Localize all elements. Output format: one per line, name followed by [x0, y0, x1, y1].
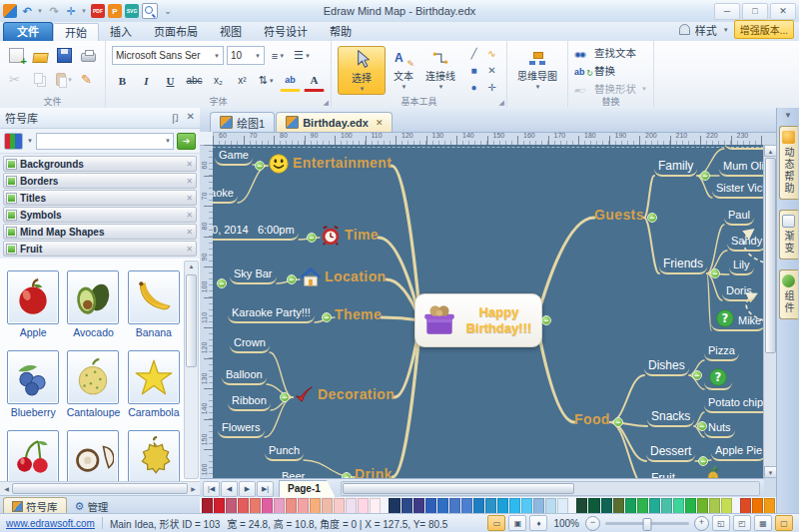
search-go-button[interactable]: ➔: [177, 133, 196, 150]
close-icon[interactable]: ✕: [186, 194, 193, 203]
collapse-badge[interactable]: −: [647, 213, 657, 223]
mindmap-node-deco[interactable]: Decoration: [293, 384, 395, 406]
mindmap-node-dishes[interactable]: Dishes: [644, 358, 689, 376]
print-button[interactable]: [78, 45, 99, 66]
page-view-button[interactable]: ▣: [508, 515, 526, 531]
mindmap-node-applepie[interactable]: Apple Pie: [711, 444, 764, 461]
mindmap-node-fruitb[interactable]: Fruit: [647, 471, 679, 478]
scrollbar-thumb[interactable]: [12, 483, 188, 494]
zoom-out-button[interactable]: −: [585, 516, 600, 531]
redo-icon[interactable]: [47, 4, 61, 18]
fullscreen-button[interactable]: ▢: [775, 515, 793, 531]
scrollbar-thumb[interactable]: [343, 483, 574, 494]
tab-manage[interactable]: ⚙ 管理: [67, 498, 117, 514]
open-button[interactable]: [30, 45, 51, 66]
scroll-right-icon[interactable]: ▶: [188, 485, 199, 492]
pdf-export-icon[interactable]: PDF: [91, 4, 105, 18]
ribbon-tab-插入[interactable]: 插入: [99, 23, 143, 41]
close-icon[interactable]: ✕: [186, 228, 193, 237]
scrollbar-thumb[interactable]: [186, 274, 197, 367]
pin-icon[interactable]: 卩: [171, 111, 181, 126]
close-icon[interactable]: ✕: [186, 245, 193, 254]
bullet-list-button[interactable]: ☰▼: [292, 45, 313, 66]
symbol-cherry[interactable]: Cherry: [5, 430, 61, 481]
paste-button[interactable]: ▼: [54, 69, 75, 90]
mindmap-node-balloon[interactable]: Balloon: [222, 368, 267, 385]
mindmap-node-pizza[interactable]: Pizza: [704, 344, 739, 361]
font-name-select[interactable]: Microsoft Sans Ser▼: [112, 46, 224, 65]
first-page-button[interactable]: |◀: [203, 481, 220, 497]
mindmap-node-crown[interactable]: Crown: [230, 336, 270, 353]
subscript-button[interactable]: x₂: [208, 70, 229, 91]
strikethrough-button[interactable]: abc: [184, 70, 205, 91]
print-preview-icon[interactable]: [142, 3, 158, 19]
symbol-blueberry[interactable]: Blueberry: [5, 350, 61, 418]
copy-button[interactable]: [30, 69, 51, 90]
mindmap-node-loc[interactable]: Location: [300, 266, 387, 288]
collapse-badge[interactable]: −: [697, 421, 707, 431]
mindmap-node-mike[interactable]: ?Mike: [711, 308, 764, 331]
minimize-button[interactable]: ─: [714, 3, 740, 20]
collapse-badge[interactable]: −: [322, 312, 332, 322]
connector-tool-button[interactable]: 连接线 ▼: [421, 50, 459, 91]
superscript-button[interactable]: x²: [232, 70, 253, 91]
dialog-launcher-icon[interactable]: ◢: [324, 99, 329, 107]
mindmap-node-mystery-dish[interactable]: ?: [704, 367, 732, 390]
mindmap-node-mum[interactable]: Mum Olivia: [719, 160, 764, 177]
category-backgrounds[interactable]: Backgrounds✕: [3, 156, 197, 172]
symbol-durian[interactable]: Durian: [126, 430, 182, 481]
chevron-down-icon[interactable]: ▼: [37, 8, 44, 14]
text-tool-button[interactable]: A✎ 文本 ▼: [390, 50, 417, 91]
zoom-slider-thumb[interactable]: [643, 518, 652, 531]
symbol-avocado[interactable]: Avocado: [65, 270, 121, 338]
presentation-view-button[interactable]: ♦: [529, 515, 547, 531]
symbol-coconut[interactable]: Coconut: [65, 430, 121, 481]
underline-button[interactable]: U: [160, 70, 181, 91]
maximize-button[interactable]: □: [742, 3, 768, 20]
grid-button[interactable]: ▦: [754, 515, 772, 531]
category-borders[interactable]: Borders✕: [3, 173, 197, 189]
collapse-badge[interactable]: −: [541, 315, 551, 325]
next-page-button[interactable]: ▶: [239, 481, 256, 497]
chevron-down-icon[interactable]: ▼: [27, 138, 33, 144]
previous-page-button[interactable]: ◀: [221, 481, 238, 497]
symbol-apple[interactable]: Apple: [5, 270, 61, 338]
line-tool-button[interactable]: ╱: [465, 45, 482, 61]
close-icon[interactable]: ✕: [186, 177, 193, 186]
category-mind-map-shapes[interactable]: Mind Map Shapes✕: [3, 224, 197, 240]
cut-button[interactable]: [6, 69, 27, 90]
mindmap-node-kparty[interactable]: Karaoke Party!!!: [228, 306, 315, 323]
mindmap-node-punch[interactable]: Punch: [265, 444, 304, 461]
collapse-badge[interactable]: −: [307, 233, 317, 243]
find-text-button[interactable]: 查找文本: [574, 45, 647, 60]
library-picker-button[interactable]: [4, 133, 23, 150]
save-button[interactable]: [54, 45, 75, 66]
ribbon-tab-页面布局[interactable]: 页面布局: [143, 23, 209, 41]
mindmap-node-family[interactable]: Family: [654, 159, 697, 177]
mindmap-node-date[interactable]: June 20, 2014 6:00pm: [213, 224, 299, 241]
bold-button[interactable]: B: [112, 70, 133, 91]
undo-icon[interactable]: [20, 4, 34, 18]
ribbon-tab-符号设计[interactable]: 符号设计: [253, 23, 319, 41]
ribbon-tab-帮助[interactable]: 帮助: [319, 23, 363, 41]
highlight-button[interactable]: ab: [280, 69, 301, 92]
mindmap-node-food[interactable]: Food: [574, 411, 610, 429]
chevron-down-icon[interactable]: ▼: [81, 8, 88, 14]
mindmap-node-skybar[interactable]: Sky Bar: [230, 267, 277, 284]
tab-symbol-library[interactable]: 符号库: [3, 497, 67, 514]
sidebar-horizontal-scrollbar[interactable]: ◀ ▶: [0, 481, 200, 495]
document-tab-birthday[interactable]: Birthday.edx ✕: [276, 112, 393, 132]
mindmap-node-karaoke[interactable]: Karaoke: [213, 187, 238, 204]
font-size-select[interactable]: 10▼: [227, 46, 265, 65]
collapse-badge[interactable]: −: [280, 392, 290, 402]
page-tab[interactable]: Page-1: [279, 480, 336, 498]
scrollbar-thumb[interactable]: [765, 158, 776, 353]
svg-export-icon[interactable]: SVG: [125, 4, 139, 18]
font-color-button[interactable]: A: [304, 69, 325, 92]
collapse-badge[interactable]: −: [613, 417, 623, 427]
dock-tab-page[interactable]: 渐变: [779, 210, 798, 260]
mindmap-node-flowers[interactable]: Flowers: [218, 421, 265, 438]
file-menu-button[interactable]: 文件: [3, 22, 53, 41]
canvas-vertical-scrollbar[interactable]: ▲ ▼: [763, 145, 777, 478]
align-button[interactable]: ≡▼: [268, 45, 289, 66]
